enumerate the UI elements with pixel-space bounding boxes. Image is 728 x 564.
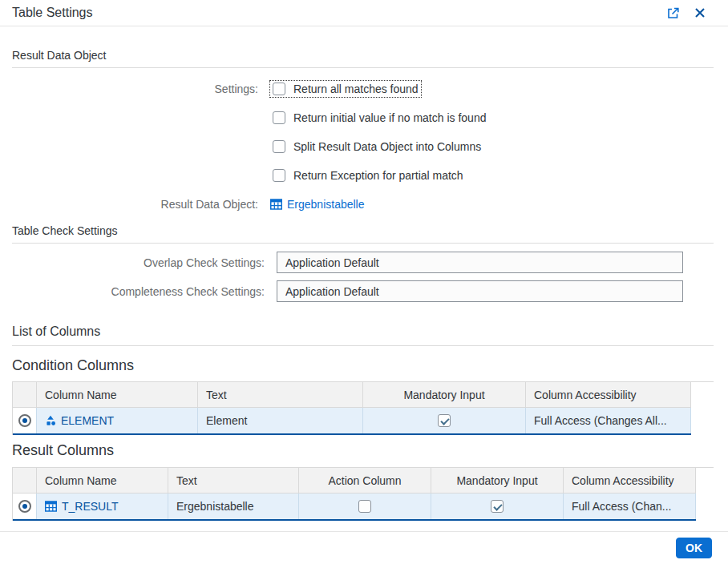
result-table-row[interactable]: T_RESULT Ergebnistabelle Full Access (Ch… xyxy=(13,494,696,521)
result-data-object-link[interactable]: Ergebnistabelle xyxy=(270,198,365,211)
mandatory-input-checkbox[interactable] xyxy=(438,414,451,427)
col-header-column-accessibility[interactable]: Column Accessibility xyxy=(526,382,691,408)
cell-column-name-text: ELEMENT xyxy=(61,414,114,427)
col-header-mandatory-input[interactable]: Mandatory Input xyxy=(363,382,526,408)
checkbox-box[interactable] xyxy=(273,140,285,153)
cell-column-name[interactable]: ELEMENT xyxy=(37,408,198,433)
result-columns-table: Column Name Text Action Column Mandatory… xyxy=(12,467,714,521)
checkbox-return-initial-value[interactable]: Return initial value if no match is foun… xyxy=(270,110,488,126)
col-header-action-column[interactable]: Action Column xyxy=(299,468,431,494)
checkbox-label: Return Exception for partial match xyxy=(293,169,463,182)
section-list-of-columns: List of Columns xyxy=(12,324,714,346)
settings-row-4: Return Exception for partial match xyxy=(12,167,714,184)
action-column-checkbox[interactable] xyxy=(358,500,371,513)
cell-text: Element xyxy=(198,408,363,433)
overlap-check-input[interactable] xyxy=(277,252,683,273)
mandatory-input-checkbox[interactable] xyxy=(491,500,504,513)
result-columns-title: Result Columns xyxy=(12,442,714,459)
cell-accessibility: Full Access (Chan... xyxy=(564,494,696,519)
settings-label: Settings: xyxy=(12,83,258,95)
completeness-check-label: Completeness Check Settings: xyxy=(12,285,265,298)
dialog-header: Table Settings xyxy=(0,0,728,26)
checkbox-label: Split Result Data Object into Columns xyxy=(293,140,481,153)
dialog-footer: OK xyxy=(0,531,728,564)
expand-icon[interactable] xyxy=(659,2,686,23)
condition-columns-title: Condition Columns xyxy=(12,357,714,374)
row-select-radio[interactable] xyxy=(18,500,31,513)
result-data-object-link-text: Ergebnistabelle xyxy=(287,198,365,211)
result-data-object-row: Result Data Object: Ergebnistabelle xyxy=(12,195,714,213)
settings-row-2: Return initial value if no match is foun… xyxy=(12,109,714,127)
checkbox-label: Return initial value if no match is foun… xyxy=(293,111,486,124)
col-header-column-accessibility[interactable]: Column Accessibility xyxy=(564,468,696,494)
condition-table-row[interactable]: ELEMENT Element Full Access (Changes All… xyxy=(13,408,691,435)
table-grid-icon xyxy=(45,501,57,512)
cell-text: Ergebnistabelle xyxy=(168,494,299,519)
section-result-data-object: Result Data Object xyxy=(12,49,714,68)
checkbox-box[interactable] xyxy=(273,111,285,124)
checkbox-label: Return all matches found xyxy=(293,83,419,95)
settings-row-1: Settings: Return all matches found xyxy=(12,80,714,98)
col-header-column-name[interactable]: Column Name xyxy=(37,468,168,494)
dialog-title: Table Settings xyxy=(12,6,93,20)
section-table-check-settings: Table Check Settings xyxy=(12,224,714,244)
ok-button[interactable]: OK xyxy=(676,538,712,558)
checkbox-return-exception[interactable]: Return Exception for partial match xyxy=(270,167,466,183)
overlap-check-row: Overlap Check Settings: xyxy=(12,252,714,273)
result-table-header: Column Name Text Action Column Mandatory… xyxy=(13,468,696,494)
col-header-text[interactable]: Text xyxy=(168,468,299,494)
table-settings-dialog: Table Settings Result Data Object Settin… xyxy=(0,0,728,564)
checkbox-split-result-object[interactable]: Split Result Data Object into Columns xyxy=(270,139,483,155)
cell-accessibility: Full Access (Changes All... xyxy=(526,408,691,433)
checkbox-return-all-matches[interactable]: Return all matches found xyxy=(270,81,421,97)
table-grid-icon xyxy=(270,199,282,210)
cell-column-name-text: T_RESULT xyxy=(62,500,119,513)
col-header-mandatory-input[interactable]: Mandatory Input xyxy=(431,468,564,494)
close-icon[interactable] xyxy=(686,2,714,23)
cell-column-name[interactable]: T_RESULT xyxy=(37,494,168,519)
completeness-check-input[interactable] xyxy=(277,280,683,302)
col-header-text[interactable]: Text xyxy=(198,382,363,408)
row-select-radio[interactable] xyxy=(18,414,31,427)
overlap-check-label: Overlap Check Settings: xyxy=(12,256,265,269)
element-shapes-icon xyxy=(45,415,56,426)
checkbox-box[interactable] xyxy=(273,169,285,182)
settings-row-3: Split Result Data Object into Columns xyxy=(12,138,714,155)
completeness-check-row: Completeness Check Settings: xyxy=(12,280,714,302)
checkbox-box[interactable] xyxy=(273,83,285,95)
result-data-object-label: Result Data Object: xyxy=(12,198,258,211)
col-header-column-name[interactable]: Column Name xyxy=(37,382,198,408)
condition-columns-table: Column Name Text Mandatory Input Column … xyxy=(12,381,714,435)
condition-table-header: Column Name Text Mandatory Input Column … xyxy=(13,382,691,408)
